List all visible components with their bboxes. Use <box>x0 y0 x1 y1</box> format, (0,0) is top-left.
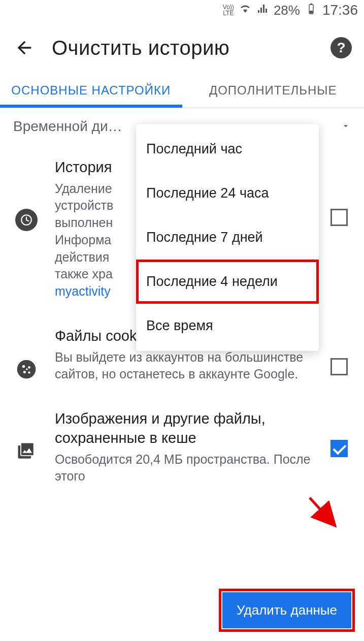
page-title: Очистить историю <box>52 37 315 59</box>
image-icon <box>15 440 38 462</box>
volte-indicator: Vo)) LTE <box>223 4 234 16</box>
svg-point-5 <box>22 365 25 368</box>
cache-title: Изображения и другие файлы, сохраненные … <box>55 409 312 447</box>
signal-icon <box>256 3 269 18</box>
timerange-option-last-hour[interactable]: Последний час <box>136 127 319 171</box>
timerange-dropdown: Последний час Последние 24 часа Последни… <box>136 124 319 351</box>
svg-point-8 <box>28 371 30 373</box>
cache-description: Освободится 20,4 МБ пространства. После … <box>55 451 312 486</box>
battery-icon <box>305 3 317 18</box>
clear-data-button[interactable]: Удалить данные <box>222 592 351 628</box>
svg-point-6 <box>28 366 30 369</box>
annotation-arrow-icon <box>305 493 350 538</box>
timerange-label: Временной ди… <box>13 118 122 135</box>
timerange-option-last-4w[interactable]: Последние 4 недели <box>136 260 319 304</box>
setting-cache: Изображения и другие файлы, сохраненные … <box>0 396 364 498</box>
help-button[interactable]: ? <box>330 37 352 58</box>
back-button[interactable] <box>12 36 37 60</box>
action-bar: Удалить данные <box>219 589 355 632</box>
header: Очистить историю ? <box>0 20 364 74</box>
svg-rect-11 <box>21 443 34 456</box>
tab-advanced[interactable]: ДОПОЛНИТЕЛЬНЫЕ <box>182 74 365 108</box>
annotation-highlight: Удалить данные <box>219 589 355 632</box>
timerange-option-last-24h[interactable]: Последние 24 часа <box>136 171 319 215</box>
status-bar: Vo)) LTE 28% 17:36 <box>0 0 364 20</box>
svg-point-9 <box>26 368 28 370</box>
cache-icon <box>12 409 41 462</box>
history-icon <box>12 158 41 231</box>
tab-basic[interactable]: ОСНОВНЫЕ НАСТРОЙКИ <box>0 74 182 108</box>
cookies-icon <box>12 327 41 380</box>
cookies-description: Вы выйдете из аккаунтов на большинстве с… <box>55 349 312 383</box>
svg-line-12 <box>310 498 335 526</box>
wifi-icon <box>239 3 251 18</box>
cookies-checkbox[interactable] <box>330 358 348 375</box>
tabs: ОСНОВНЫЕ НАСТРОЙКИ ДОПОЛНИТЕЛЬНЫЕ <box>0 74 364 108</box>
timerange-option-all-time[interactable]: Все время <box>136 304 319 348</box>
history-checkbox[interactable] <box>330 209 348 226</box>
cookie-icon <box>15 358 38 380</box>
svg-rect-2 <box>310 11 313 13</box>
timerange-option-last-7d[interactable]: Последние 7 дней <box>136 215 319 260</box>
cache-checkbox[interactable] <box>330 440 348 457</box>
arrow-left-icon <box>14 38 35 58</box>
clock-icon <box>20 213 33 227</box>
battery-percent: 28% <box>274 3 300 18</box>
history-desc-text: Удаление устройств выполнен Информа дейс… <box>55 181 113 281</box>
clock-time: 17:36 <box>322 2 358 18</box>
help-icon: ? <box>337 40 345 56</box>
svg-rect-1 <box>310 4 312 5</box>
chevron-down-icon <box>341 118 351 135</box>
svg-point-7 <box>23 371 26 373</box>
myactivity-link[interactable]: myactivity <box>55 284 111 298</box>
